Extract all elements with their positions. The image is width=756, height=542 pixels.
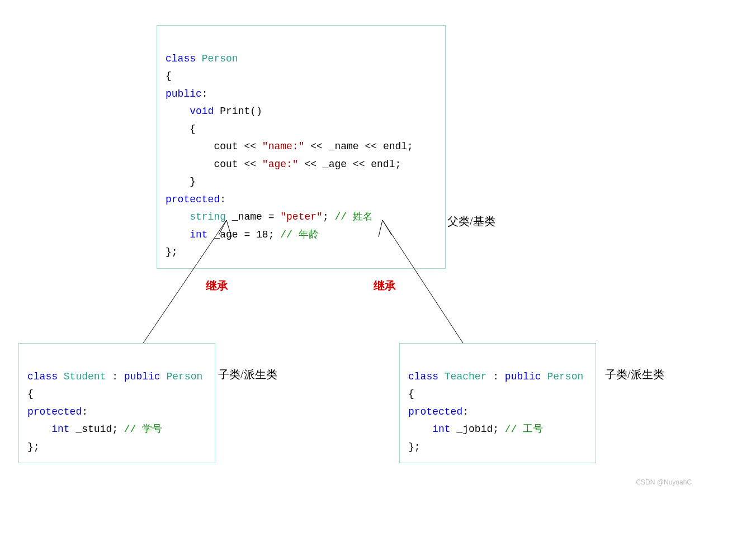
typ-person: Person: [196, 53, 238, 64]
brace: {: [166, 70, 172, 82]
child1-label: 子类/派生类: [218, 367, 277, 382]
inherit2-label: 继承: [374, 278, 396, 293]
student-class-box: class Student : public Person { protecte…: [18, 343, 215, 463]
kw-public: public: [166, 88, 202, 99]
watermark: CSDN @NuyoahC: [636, 478, 692, 486]
person-class-box: class Person { public: void Print() { co…: [157, 25, 446, 269]
kw-class: class: [166, 53, 196, 64]
kw-protected: protected: [166, 194, 220, 205]
kw-void: void: [166, 106, 214, 117]
teacher-class-box: class Teacher : public Person { protecte…: [399, 343, 596, 463]
inherit1-label: 继承: [206, 278, 228, 293]
parent-label: 父类/基类: [447, 214, 495, 229]
child2-label: 子类/派生类: [605, 367, 664, 382]
